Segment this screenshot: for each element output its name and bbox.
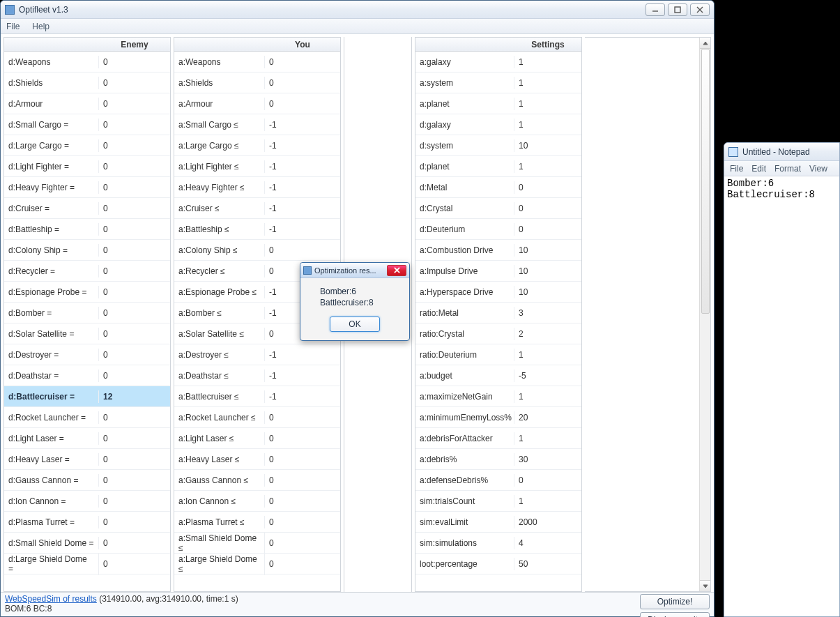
table-row[interactable]: a:budget-5 <box>415 365 581 386</box>
row-label[interactable]: d:Shields <box>4 77 99 89</box>
row-value[interactable]: 0 <box>99 432 170 445</box>
table-row[interactable]: d:Deuterium0 <box>415 219 581 240</box>
table-row[interactable]: a:Large Shield Dome ≤0 <box>174 554 340 574</box>
notepad-menu-edit[interactable]: Edit <box>751 164 766 174</box>
row-label[interactable]: d:Rocket Launcher = <box>4 411 99 424</box>
table-row[interactable]: a:Impulse Drive10 <box>415 261 581 282</box>
row-label[interactable]: d:Plasma Turret = <box>4 516 99 528</box>
row-label[interactable]: ratio:Deuterium <box>415 349 514 361</box>
row-label[interactable]: d:Light Fighter = <box>4 160 99 173</box>
row-value[interactable]: 10 <box>514 139 581 152</box>
table-row[interactable]: a:Armour0 <box>174 93 340 114</box>
vertical-scrollbar[interactable] <box>699 38 710 591</box>
row-label[interactable]: a:Recycler ≤ <box>174 265 265 277</box>
table-row[interactable]: loot:percentage50 <box>415 554 581 574</box>
table-row[interactable]: sim:simulations4 <box>415 533 581 554</box>
row-label[interactable]: sim:evalLimit <box>415 516 514 528</box>
table-row[interactable]: d:Armour0 <box>4 93 170 114</box>
table-row[interactable]: d:Ion Cannon =0 <box>4 491 170 512</box>
table-row[interactable]: d:Recycler =0 <box>4 261 170 282</box>
row-label[interactable]: d:Gauss Cannon = <box>4 474 99 487</box>
row-value[interactable]: 1 <box>514 390 581 403</box>
row-label[interactable]: a:Large Shield Dome ≤ <box>174 553 265 575</box>
menu-file[interactable]: File <box>6 22 20 31</box>
table-row[interactable]: a:Battleship ≤-1 <box>174 219 340 240</box>
table-row[interactable]: a:maximizeNetGain1 <box>415 386 581 407</box>
row-label[interactable]: d:Crystal <box>415 202 514 215</box>
row-label[interactable]: d:Large Shield Dome = <box>4 553 99 575</box>
row-value[interactable]: 10 <box>514 244 581 257</box>
table-row[interactable]: a:Ion Cannon ≤0 <box>174 491 340 512</box>
row-value[interactable]: 1 <box>514 98 581 110</box>
row-label[interactable]: d:Deuterium <box>415 223 514 236</box>
row-value[interactable]: -1 <box>265 223 340 236</box>
row-value[interactable]: 0 <box>514 474 581 487</box>
row-label[interactable]: a:Solar Satellite ≤ <box>174 328 265 340</box>
row-label[interactable]: d:galaxy <box>415 119 514 131</box>
row-value[interactable]: 0 <box>265 98 340 110</box>
table-row[interactable]: d:Large Cargo =0 <box>4 135 170 156</box>
row-value[interactable]: 0 <box>99 558 170 570</box>
row-label[interactable]: d:Heavy Fighter = <box>4 181 99 194</box>
scroll-thumb[interactable] <box>701 49 710 314</box>
notepad-menu-format[interactable]: Format <box>774 164 801 174</box>
table-row[interactable]: d:Heavy Fighter =0 <box>4 177 170 198</box>
row-label[interactable]: a:Ion Cannon ≤ <box>174 495 265 508</box>
row-value[interactable]: 0 <box>99 77 170 89</box>
table-row[interactable]: d:Large Shield Dome =0 <box>4 554 170 574</box>
row-value[interactable]: 0 <box>265 432 340 445</box>
dialog-ok-button[interactable]: OK <box>330 317 380 332</box>
table-row[interactable]: d:Light Laser =0 <box>4 428 170 449</box>
table-row[interactable]: a:Hyperspace Drive10 <box>415 282 581 303</box>
row-label[interactable]: d:Colony Ship = <box>4 244 99 257</box>
table-row[interactable]: d:Bomber =0 <box>4 303 170 323</box>
titlebar[interactable]: Optifleet v1.3 <box>1 1 714 19</box>
table-row[interactable]: d:Plasma Turret =0 <box>4 512 170 533</box>
row-value[interactable]: 0 <box>99 370 170 382</box>
row-value[interactable]: 50 <box>514 558 581 570</box>
table-row[interactable]: a:Cruiser ≤-1 <box>174 198 340 219</box>
table-row[interactable]: d:Rocket Launcher =0 <box>4 407 170 428</box>
row-value[interactable]: 0 <box>265 453 340 466</box>
row-value[interactable]: 0 <box>99 223 170 236</box>
row-label[interactable]: d:Light Laser = <box>4 432 99 445</box>
row-value[interactable]: 0 <box>99 537 170 549</box>
dialog-close-button[interactable] <box>387 265 406 276</box>
table-row[interactable]: d:Shields0 <box>4 73 170 93</box>
row-label[interactable]: d:Small Shield Dome = <box>4 537 99 549</box>
row-value[interactable]: 2000 <box>514 516 581 528</box>
row-label[interactable]: a:maximizeNetGain <box>415 390 514 403</box>
row-value[interactable]: 0 <box>514 181 581 194</box>
row-label[interactable]: d:Large Cargo = <box>4 139 99 152</box>
row-label[interactable]: a:minimumEnemyLoss% <box>415 411 514 424</box>
row-value[interactable]: -1 <box>265 370 340 382</box>
table-row[interactable]: d:Battleship =0 <box>4 219 170 240</box>
row-value[interactable]: 0 <box>514 223 581 236</box>
row-value[interactable]: 0 <box>265 537 340 549</box>
row-value[interactable]: 30 <box>514 453 581 466</box>
row-label[interactable]: a:Small Cargo ≤ <box>174 119 265 131</box>
scroll-down-arrow-icon[interactable] <box>700 580 710 591</box>
row-value[interactable]: -1 <box>265 181 340 194</box>
table-row[interactable]: a:Heavy Fighter ≤-1 <box>174 177 340 198</box>
optimize-button[interactable]: Optimize! <box>640 594 710 609</box>
table-row[interactable]: d:Crystal0 <box>415 198 581 219</box>
row-value[interactable]: 0 <box>99 495 170 508</box>
notepad-textarea[interactable]: Bomber:6 Battlecruiser:8 <box>724 176 839 616</box>
row-value[interactable]: 0 <box>99 411 170 424</box>
row-label[interactable]: d:Espionage Probe = <box>4 286 99 298</box>
table-row[interactable]: a:Rocket Launcher ≤0 <box>174 407 340 428</box>
header-settings[interactable]: Settings <box>514 38 581 51</box>
row-label[interactable]: a:Gauss Cannon ≤ <box>174 474 265 487</box>
table-row[interactable]: ratio:Metal3 <box>415 303 581 323</box>
table-row[interactable]: d:system10 <box>415 135 581 156</box>
row-label[interactable]: a:Large Cargo ≤ <box>174 139 265 152</box>
header-you[interactable]: You <box>265 38 340 51</box>
row-value[interactable]: 0 <box>99 516 170 528</box>
table-row[interactable]: a:debris%30 <box>415 449 581 470</box>
header-enemy[interactable]: Enemy <box>99 38 170 51</box>
table-row[interactable]: d:planet1 <box>415 156 581 177</box>
row-value[interactable]: 0 <box>99 286 170 298</box>
row-label[interactable]: a:Hyperspace Drive <box>415 286 514 298</box>
row-label[interactable]: a:Espionage Probe ≤ <box>174 286 265 298</box>
